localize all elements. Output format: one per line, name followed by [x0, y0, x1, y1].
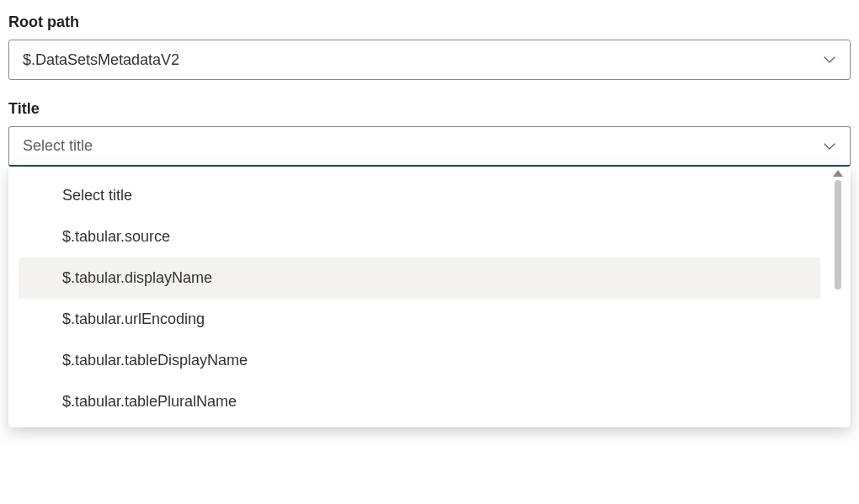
title-option[interactable]: $.tabular.displayName [19, 257, 820, 299]
title-option[interactable]: $.tabular.urlEncoding [19, 299, 820, 340]
scroll-up-icon [833, 170, 843, 177]
title-option[interactable]: $.tabular.source [19, 216, 820, 257]
root-path-dropdown[interactable]: $.DataSetsMetadataV2 [8, 40, 851, 80]
root-path-label: Root path [8, 13, 851, 31]
root-path-field: Root path $.DataSetsMetadataV2 [8, 13, 851, 80]
title-placeholder: Select title [23, 137, 823, 155]
chevron-down-icon [823, 53, 836, 66]
scroll-thumb[interactable] [835, 180, 841, 289]
root-path-value: $.DataSetsMetadataV2 [23, 51, 823, 69]
title-option[interactable]: Select title [19, 175, 820, 216]
chevron-down-icon [823, 140, 836, 153]
title-field: Title Select title Select title$.tabular… [8, 100, 851, 427]
title-option[interactable]: $.tabular.tableDisplayName [19, 340, 820, 381]
title-option[interactable]: $.tabular.tablePluralName [19, 381, 820, 422]
title-options-container: Select title$.tabular.source$.tabular.di… [8, 175, 851, 422]
title-label: Title [8, 100, 851, 118]
scrollbar[interactable] [832, 170, 844, 421]
title-dropdown[interactable]: Select title [8, 126, 851, 167]
title-dropdown-listbox: Select title$.tabular.source$.tabular.di… [8, 167, 851, 427]
